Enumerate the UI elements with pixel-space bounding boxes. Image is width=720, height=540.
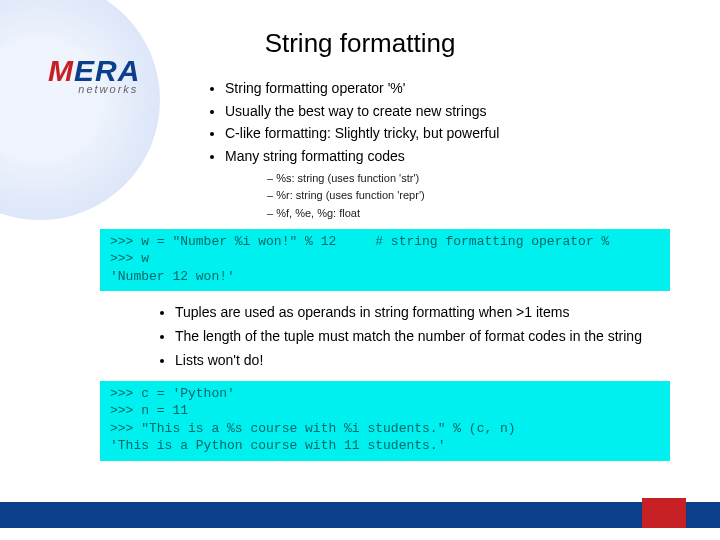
list-item: %s: string (uses function 'str')	[267, 170, 720, 188]
code-block-2: >>> c = 'Python' >>> n = 11 >>> "This is…	[100, 381, 670, 461]
list-item: Usually the best way to create new strin…	[225, 101, 720, 123]
list-item: Tuples are used as operands in string fo…	[175, 301, 720, 325]
list-item: %f, %e, %g: float	[267, 205, 720, 223]
bullet-list-2: Tuples are used as operands in string fo…	[175, 301, 720, 372]
footer-bar	[0, 502, 720, 528]
page-title: String formatting	[0, 28, 720, 59]
list-item: Lists won't do!	[175, 349, 720, 373]
list-item: Many string formatting codes %s: string …	[225, 146, 720, 222]
code-block-1: >>> w = "Number %i won!" % 12 # string f…	[100, 229, 670, 292]
list-item: C-like formatting: Slightly tricky, but …	[225, 123, 720, 145]
sub-list: %s: string (uses function 'str') %r: str…	[267, 170, 720, 223]
footer-accent	[642, 498, 686, 528]
list-item-label: Many string formatting codes	[225, 148, 405, 164]
bullet-list-1: String formatting operator '%' Usually t…	[225, 78, 720, 223]
list-item: String formatting operator '%'	[225, 78, 720, 100]
list-item: The length of the tuple must match the n…	[175, 325, 720, 349]
list-item: %r: string (uses function 'repr')	[267, 187, 720, 205]
slide-content: String formatting operator '%' Usually t…	[0, 78, 720, 500]
